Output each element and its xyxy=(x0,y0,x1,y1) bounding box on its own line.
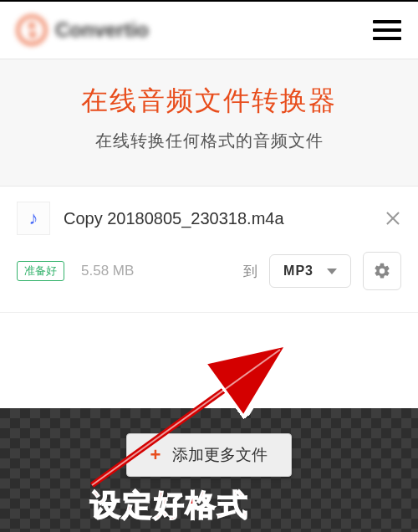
header: Convertio xyxy=(0,2,418,59)
file-name: Copy 20180805_230318.m4a xyxy=(64,209,371,228)
add-more-label: 添加更多文件 xyxy=(172,444,268,466)
add-more-button[interactable]: + 添加更多文件 xyxy=(126,433,293,477)
file-meta-row: 准备好 5.58 MB 到 MP3 xyxy=(0,235,418,313)
format-value: MP3 xyxy=(283,263,314,279)
close-icon[interactable] xyxy=(385,210,401,227)
settings-button[interactable] xyxy=(363,252,401,290)
brand-name: Convertio xyxy=(55,18,149,42)
hero: 在线音频文件转换器 在线转换任何格式的音频文件 xyxy=(0,59,418,187)
file-size: 5.58 MB xyxy=(81,263,134,279)
menu-icon[interactable] xyxy=(373,20,401,40)
gear-icon xyxy=(373,262,391,280)
to-label: 到 xyxy=(243,262,257,281)
chevron-down-icon xyxy=(327,269,337,274)
logo[interactable]: Convertio xyxy=(17,15,149,45)
page-title: 在线音频文件转换器 xyxy=(8,83,410,120)
page-subtitle: 在线转换任何格式的音频文件 xyxy=(8,130,410,152)
status-badge: 准备好 xyxy=(17,261,64,281)
file-row: ♪ Copy 20180805_230318.m4a xyxy=(0,187,418,235)
music-note-icon: ♪ xyxy=(17,202,50,235)
footer: + 添加更多文件 xyxy=(0,408,418,532)
logo-icon xyxy=(17,15,47,45)
format-select[interactable]: MP3 xyxy=(269,254,351,288)
plus-icon: + xyxy=(150,446,161,464)
